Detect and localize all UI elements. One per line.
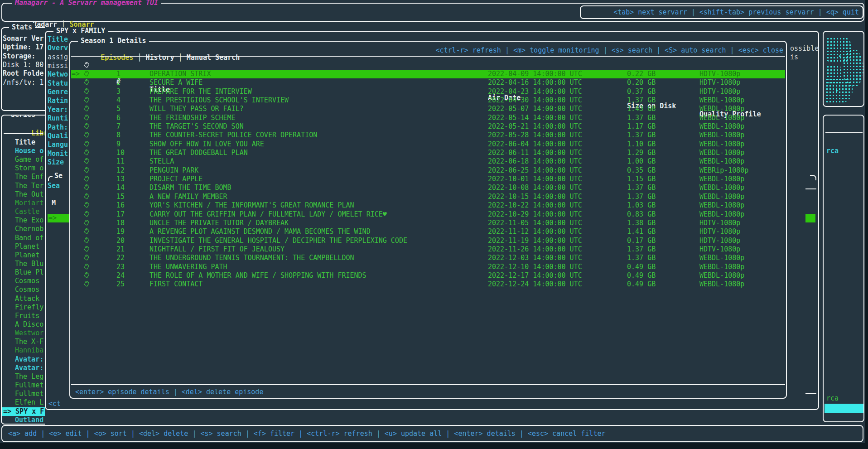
table-row[interactable]: 10THE GREAT DODGEBALL PLAN2022-06-11 14:… <box>71 149 785 157</box>
tab-episodes[interactable]: Episodes <box>101 53 133 62</box>
season-footer-divider <box>71 384 785 385</box>
series-list-item[interactable]: House o <box>2 147 45 155</box>
series-list-item[interactable]: Planet <box>2 251 45 260</box>
series-list-item[interactable]: The Exo <box>2 216 45 225</box>
series-list-item[interactable]: Avatar: <box>2 355 45 364</box>
monitored-icon[interactable] <box>83 87 90 96</box>
series-list-item[interactable]: A Disco <box>2 320 45 329</box>
monitored-icon[interactable] <box>83 254 90 262</box>
series-list-item[interactable]: Castle <box>2 208 45 216</box>
monitored-icon[interactable] <box>83 140 90 149</box>
monitored-icon[interactable] <box>83 149 90 157</box>
table-row[interactable]: 9SHOW OFF HOW IN LOVE YOU ARE2022-06-04 … <box>71 140 785 149</box>
table-row[interactable]: 4THE PRESTIGIOUS SCHOOL'S INTERVIEW2022-… <box>71 96 785 105</box>
monitored-icon[interactable] <box>83 245 90 254</box>
table-row[interactable]: 14DISARM THE TIME BOMB2022-10-08 14:00:0… <box>71 183 785 192</box>
monitored-icon[interactable] <box>83 263 90 271</box>
series-list-item[interactable]: Planet <box>2 242 45 251</box>
series-list-item[interactable]: Firefly <box>2 303 45 312</box>
table-row[interactable]: 16YOR'S KITCHEN / THE INFORMANT'S GREAT … <box>71 201 785 210</box>
monitored-icon[interactable] <box>83 210 90 219</box>
series-list-item[interactable]: Storm o <box>2 164 45 173</box>
monitored-icon[interactable] <box>83 183 90 192</box>
series-list-item[interactable]: Outland <box>2 416 45 425</box>
monitored-icon[interactable] <box>83 201 90 210</box>
table-row[interactable]: 2SECURE A WIFE2022-04-16 14:00:00 UTC0.2… <box>71 78 785 87</box>
table-row[interactable]: 3PREPARE FOR THE INTERVIEW2022-04-23 14:… <box>71 87 785 96</box>
tab-history[interactable]: History <box>146 53 174 62</box>
episode-number: 3 <box>116 87 121 96</box>
seasons-selected-row-fragment-left[interactable]: => <box>48 214 69 222</box>
table-row[interactable]: 22THE UNDERGROUND TENNIS TOURNAMENT: THE… <box>71 254 785 262</box>
monitored-icon[interactable] <box>83 96 90 105</box>
monitored-icon[interactable] <box>83 175 90 183</box>
series-list-item[interactable]: The Enf <box>2 173 45 181</box>
monitored-icon[interactable] <box>83 105 90 113</box>
monitored-icon[interactable] <box>83 122 90 131</box>
tab-manual-search[interactable]: Manual Search <box>187 53 240 62</box>
episode-number: 16 <box>116 201 125 210</box>
series-list-item[interactable]: Game of <box>2 155 45 164</box>
table-row[interactable]: 15A NEW FAMILY MEMBER2022-10-15 14:00:00… <box>71 193 785 201</box>
episode-air-date: 2022-05-28 14:00:00 UTC <box>488 131 582 140</box>
table-row[interactable]: =>1OPERATION STRIX2022-04-09 14:00:00 UT… <box>71 70 785 78</box>
series-list-item[interactable]: Elfen L <box>2 398 45 407</box>
tag-icon <box>83 62 90 68</box>
series-list-item-selected[interactable]: => SPY x F <box>2 407 45 416</box>
poster-dot <box>836 90 838 92</box>
table-row[interactable]: 13PROJECT APPLE2022-10-01 14:00:00 UTC1.… <box>71 175 785 183</box>
series-list-item[interactable]: Cosmos <box>2 285 45 294</box>
table-row[interactable]: 19A REVENGE PLOT AGAINST DESMOND / MAMA … <box>71 227 785 236</box>
series-list-item[interactable]: The Ter <box>2 182 45 190</box>
series-list-item[interactable]: The Blu <box>2 260 45 268</box>
tag-icon <box>83 97 90 103</box>
table-row[interactable]: 25FIRST CONTACT2022-12-24 14:00:00 UTC0.… <box>71 280 785 289</box>
monitored-icon[interactable] <box>83 271 90 280</box>
monitored-icon[interactable] <box>83 219 90 227</box>
monitored-icon[interactable] <box>83 280 90 289</box>
monitored-icon[interactable] <box>83 227 90 236</box>
table-row[interactable]: 5WILL THEY PASS OR FAIL?2022-05-07 14:00… <box>71 105 785 113</box>
series-list-item[interactable]: The Out <box>2 190 45 199</box>
table-row[interactable]: 11STELLA2022-06-18 14:00:00 UTC1.00 GBWE… <box>71 157 785 166</box>
table-row[interactable]: 20INVESTIGATE THE GENERAL HOSPITAL / DEC… <box>71 237 785 245</box>
series-list-item[interactable]: Cosmos <box>2 277 45 285</box>
table-row[interactable]: 24THE ROLE OF A MOTHER AND WIFE / SHOPPI… <box>71 271 785 280</box>
table-row[interactable]: 8THE COUNTER-SECRET POLICE COVER OPERATI… <box>71 131 785 140</box>
table-row[interactable]: 17CARRY OUT THE GRIFFIN PLAN / FULLMETAL… <box>71 210 785 219</box>
series-list-item[interactable]: Hanniba <box>2 346 45 355</box>
series-list-item[interactable]: The X-F <box>2 338 45 346</box>
monitored-icon[interactable] <box>83 131 90 140</box>
table-row[interactable]: 6THE FRIENDSHIP SCHEME2022-05-14 14:00:0… <box>71 114 785 122</box>
series-list-item[interactable]: Moriart <box>2 199 45 208</box>
table-row[interactable]: 12PENGUIN PARK2022-06-25 14:00:00 UTC0.3… <box>71 166 785 175</box>
episode-number: 14 <box>116 183 125 192</box>
series-list-item[interactable]: Westwor <box>2 329 45 338</box>
monitored-icon[interactable] <box>83 70 90 78</box>
monitored-icon[interactable] <box>83 193 90 201</box>
series-list-item[interactable]: Fruits <box>2 312 45 320</box>
table-row[interactable]: 7THE TARGET'S SECOND SON2022-05-21 14:00… <box>71 122 785 131</box>
series-list-item[interactable]: Chernob <box>2 225 45 233</box>
table-row[interactable]: 21NIGHTFALL / FIRST FIT OF JEALOUSY2022-… <box>71 245 785 254</box>
episode-number: 11 <box>116 157 125 166</box>
episode-air-date: 2022-11-12 14:00:00 UTC <box>488 227 582 236</box>
monitored-icon[interactable] <box>83 237 90 245</box>
series-list-item[interactable]: Blue Pl <box>2 268 45 277</box>
table-row[interactable]: 23THE UNWAVERING PATH2022-12-10 14:00:00… <box>71 263 785 271</box>
series-list-item[interactable]: Fullmet <box>2 390 45 398</box>
series-list-item[interactable]: Attack <box>2 295 45 303</box>
table-row[interactable]: 18UNCLE THE PRIVATE TUTOR / DAYBREAK2022… <box>71 219 785 227</box>
series-list-item[interactable]: Avatar: <box>2 364 45 372</box>
tag-icon <box>83 228 90 235</box>
detail-label: Monit <box>48 150 68 158</box>
monitored-icon[interactable] <box>83 78 90 87</box>
monitored-icon[interactable] <box>83 114 90 122</box>
series-list-item[interactable]: The Leg <box>2 372 45 381</box>
series-list-item[interactable]: Fullmet <box>2 381 45 390</box>
right-list-selected-fragment[interactable] <box>825 404 863 413</box>
episode-air-date: 2022-10-22 14:00:00 UTC <box>488 201 582 210</box>
monitored-icon[interactable] <box>83 166 90 175</box>
series-list-item[interactable]: Band of <box>2 234 45 242</box>
monitored-icon[interactable] <box>83 157 90 166</box>
